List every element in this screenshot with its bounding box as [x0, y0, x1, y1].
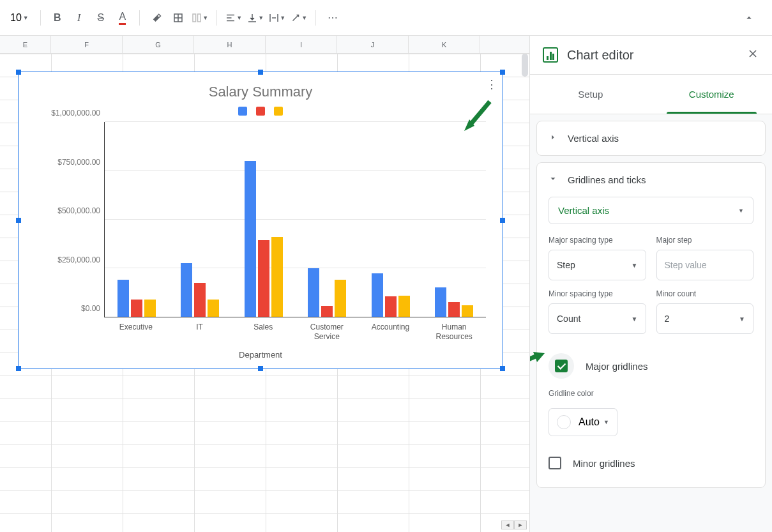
dropdown-icon: ▼: [23, 15, 29, 21]
merge-cells-button[interactable]: ▼: [190, 8, 210, 28]
legend-swatch: [238, 107, 247, 116]
bar: [194, 283, 206, 317]
x-axis-title: Department: [35, 350, 486, 360]
dropdown-icon: ▼: [738, 208, 744, 214]
bar: [435, 287, 446, 317]
bar: [398, 296, 410, 317]
spreadsheet-area[interactable]: E F G H I J K /*inline grid drawing*/ ⋮ …: [0, 36, 529, 532]
more-button[interactable]: ⋯: [322, 8, 343, 28]
italic-button[interactable]: I: [69, 8, 89, 28]
chart-editor-icon: [543, 47, 558, 63]
x-tick-label: Executive: [104, 317, 168, 341]
chart-object[interactable]: ⋮ Salary Summary $0.00 $250,000.00 $500,…: [18, 72, 503, 369]
column-header[interactable]: K: [409, 36, 480, 53]
bar: [181, 263, 192, 317]
major-gridlines-checkbox[interactable]: [555, 360, 568, 372]
checkbox-label: Major gridlines: [586, 361, 648, 372]
bar: [448, 302, 460, 317]
axis-dropdown[interactable]: Vertical axis ▼: [549, 197, 753, 224]
x-tick-label: CustomerService: [295, 317, 359, 341]
sidebar-tabs: Setup Customize: [530, 75, 772, 114]
column-header[interactable]: G: [123, 36, 194, 53]
borders-button[interactable]: [168, 8, 188, 28]
bar: [131, 300, 142, 317]
gridline-color-select[interactable]: Auto ▼: [549, 408, 617, 436]
x-tick-label: Accounting: [359, 317, 423, 341]
x-tick-label: IT: [168, 317, 232, 341]
bar: [144, 300, 156, 317]
bold-button[interactable]: B: [47, 8, 68, 28]
section-vertical-axis[interactable]: Vertical axis: [536, 121, 766, 156]
column-headers: E F G H I J K: [0, 36, 529, 54]
sidebar-header: Chart editor: [530, 36, 772, 75]
y-tick-label: $250,000.00: [57, 255, 100, 264]
chart-title: Salary Summary: [35, 84, 486, 100]
bar-group: [169, 122, 232, 317]
bar: [462, 305, 473, 317]
column-header[interactable]: F: [51, 36, 123, 53]
bar: [385, 296, 397, 317]
dropdown-icon: ▼: [739, 315, 745, 323]
vertical-align-button[interactable]: ▼: [245, 8, 266, 28]
field-label: Major step: [656, 236, 754, 245]
tab-customize[interactable]: Customize: [651, 75, 773, 114]
y-tick-label: $500,000.00: [57, 206, 100, 215]
y-tick-label: $1,000,000.00: [51, 109, 100, 118]
column-header[interactable]: E: [0, 36, 51, 53]
x-axis-labels: ExecutiveITSalesCustomerServiceAccountin…: [104, 317, 486, 341]
major-spacing-select[interactable]: Step ▼: [549, 250, 646, 280]
minor-spacing-select[interactable]: Count ▼: [549, 303, 646, 334]
scroll-right-button[interactable]: ►: [514, 521, 527, 529]
text-rotation-button[interactable]: ▼: [289, 8, 309, 28]
chevron-right-icon: [549, 133, 557, 144]
field-label: Minor spacing type: [549, 289, 646, 298]
bar: [208, 300, 219, 317]
column-header[interactable]: J: [337, 36, 409, 53]
chevron-down-icon: [549, 174, 557, 185]
horizontal-scroll-buttons[interactable]: ◄ ►: [501, 521, 527, 529]
bar-group: [296, 122, 360, 317]
bar-group: [232, 122, 296, 317]
x-tick-label: HumanResources: [422, 317, 486, 341]
bar: [372, 273, 383, 317]
bar-group: [423, 122, 487, 317]
bar: [308, 268, 319, 317]
bar: [271, 237, 283, 317]
close-button[interactable]: [746, 47, 759, 63]
dropdown-icon: ▼: [603, 419, 609, 425]
sidebar-title: Chart editor: [567, 48, 738, 63]
y-axis: $0.00 $250,000.00 $500,000.00 $750,000.0…: [35, 122, 104, 317]
section-header[interactable]: Gridlines and ticks: [537, 163, 765, 197]
field-label: Major spacing type: [549, 236, 646, 245]
section-label: Vertical axis: [568, 133, 619, 144]
section-label: Gridlines and ticks: [568, 174, 646, 185]
color-swatch-icon: [557, 415, 571, 429]
chart-editor-sidebar: Chart editor Setup Customize Vertical ax…: [529, 36, 772, 532]
minor-count-select[interactable]: 2 ▼: [656, 303, 754, 334]
y-tick-label: $0.00: [81, 304, 100, 313]
bar: [117, 280, 129, 317]
fill-color-button[interactable]: [146, 8, 167, 28]
plot-area: [104, 122, 486, 317]
chart-legend: [35, 107, 486, 116]
dropdown-icon: ▼: [632, 262, 638, 269]
font-size-value: 10: [10, 12, 22, 24]
font-size-selector[interactable]: 10 ▼: [5, 10, 34, 26]
column-header[interactable]: H: [194, 36, 266, 53]
x-tick-label: Sales: [231, 317, 295, 341]
scroll-left-button[interactable]: ◄: [501, 521, 514, 529]
text-wrap-button[interactable]: ▼: [267, 8, 287, 28]
column-header[interactable]: I: [266, 36, 337, 53]
collapse-toolbar-button[interactable]: [739, 8, 759, 28]
strikethrough-button[interactable]: S: [91, 8, 111, 28]
bar: [335, 280, 346, 317]
minor-gridlines-checkbox[interactable]: [549, 457, 561, 469]
field-label: Minor count: [656, 289, 754, 298]
tab-setup[interactable]: Setup: [530, 75, 651, 114]
legend-swatch: [274, 107, 283, 116]
horizontal-align-button[interactable]: ▼: [223, 8, 244, 28]
bar: [245, 161, 256, 317]
text-color-button[interactable]: A: [112, 8, 133, 28]
bar: [321, 306, 333, 317]
major-step-input[interactable]: Step value: [656, 250, 754, 280]
